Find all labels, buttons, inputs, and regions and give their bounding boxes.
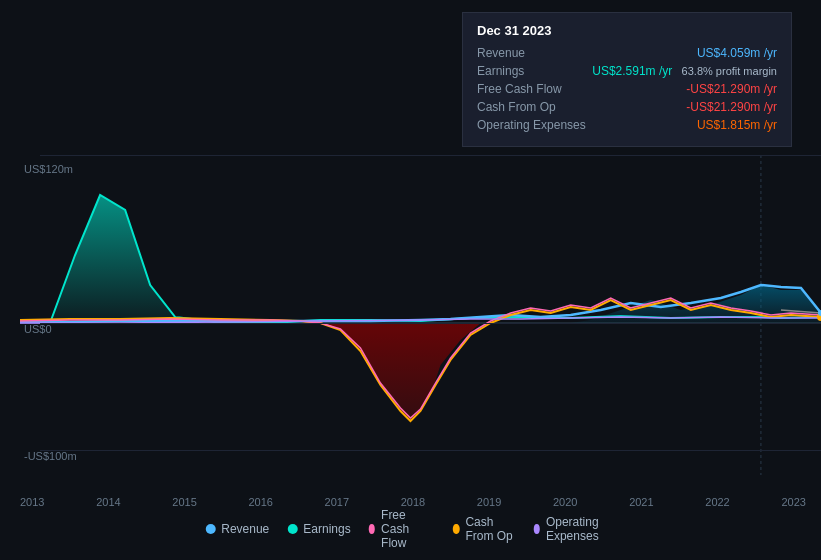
x-label-2013: 2013: [20, 496, 44, 508]
tooltip-value-fcf: -US$21.290m /yr: [686, 82, 777, 96]
legend-dot-opex: [534, 524, 540, 534]
tooltip-value-cashfromop: -US$21.290m /yr: [686, 100, 777, 114]
legend-item-revenue: Revenue: [205, 522, 269, 536]
tooltip-row-fcf: Free Cash Flow -US$21.290m /yr: [477, 82, 777, 96]
tooltip-card: Dec 31 2023 Revenue US$4.059m /yr Earnin…: [462, 12, 792, 147]
tooltip-row-opex: Operating Expenses US$1.815m /yr: [477, 118, 777, 132]
legend-label-earnings: Earnings: [303, 522, 350, 536]
legend-dot-earnings: [287, 524, 297, 534]
x-label-2015: 2015: [172, 496, 196, 508]
grid-line-bot: [40, 450, 821, 451]
y-label-top: US$120m: [24, 163, 73, 175]
x-label-2019: 2019: [477, 496, 501, 508]
x-label-2023: 2023: [781, 496, 805, 508]
x-label-2020: 2020: [553, 496, 577, 508]
y-label-bot: -US$100m: [24, 450, 77, 462]
tooltip-margin: 63.8% profit margin: [682, 65, 777, 77]
x-label-2021: 2021: [629, 496, 653, 508]
x-label-2022: 2022: [705, 496, 729, 508]
tooltip-value-earnings: US$2.591m /yr 63.8% profit margin: [592, 64, 777, 78]
legend-item-earnings: Earnings: [287, 522, 350, 536]
legend-label-opex: Operating Expenses: [546, 515, 616, 543]
grid-line-mid: [40, 323, 821, 324]
tooltip-label-earnings: Earnings: [477, 64, 587, 78]
tooltip-row-cashfromop: Cash From Op -US$21.290m /yr: [477, 100, 777, 114]
tooltip-row-revenue: Revenue US$4.059m /yr: [477, 46, 777, 60]
tooltip-label-revenue: Revenue: [477, 46, 587, 60]
chart-container: US$120m US$0 -US$100m: [20, 155, 821, 475]
tooltip-value-revenue: US$4.059m /yr: [697, 46, 777, 60]
tooltip-label-opex: Operating Expenses: [477, 118, 587, 132]
chart-svg: [20, 155, 821, 475]
legend-dot-cashfromop: [453, 524, 459, 534]
legend-label-revenue: Revenue: [221, 522, 269, 536]
legend-dot-revenue: [205, 524, 215, 534]
legend-dot-fcf: [369, 524, 375, 534]
x-label-2014: 2014: [96, 496, 120, 508]
legend-item-opex: Operating Expenses: [534, 515, 616, 543]
tooltip-date: Dec 31 2023: [477, 23, 777, 38]
x-label-2018: 2018: [401, 496, 425, 508]
tooltip-label-cashfromop: Cash From Op: [477, 100, 587, 114]
x-axis: 2013 2014 2015 2016 2017 2018 2019 2020 …: [20, 496, 821, 508]
tooltip-value-opex: US$1.815m /yr: [697, 118, 777, 132]
tooltip-row-earnings: Earnings US$2.591m /yr 63.8% profit marg…: [477, 64, 777, 78]
legend-item-fcf: Free Cash Flow: [369, 508, 435, 550]
y-label-zero: US$0: [24, 323, 52, 335]
chart-legend: Revenue Earnings Free Cash Flow Cash Fro…: [205, 508, 616, 550]
legend-label-cashfromop: Cash From Op: [465, 515, 515, 543]
tooltip-label-fcf: Free Cash Flow: [477, 82, 587, 96]
x-label-2016: 2016: [248, 496, 272, 508]
x-label-2017: 2017: [325, 496, 349, 508]
grid-line-top: [40, 155, 821, 156]
legend-label-fcf: Free Cash Flow: [381, 508, 435, 550]
legend-item-cashfromop: Cash From Op: [453, 515, 515, 543]
